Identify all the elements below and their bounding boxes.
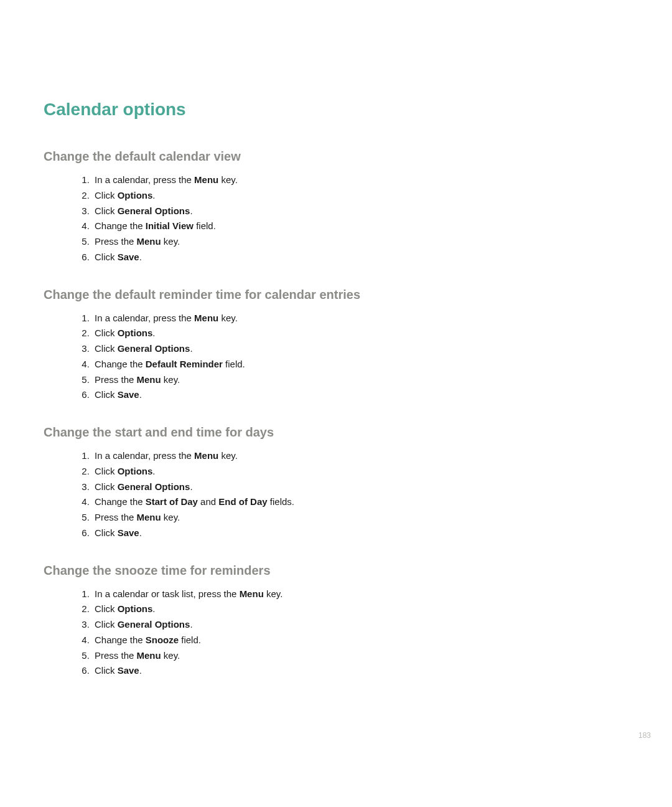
bold-text: Options <box>118 466 153 476</box>
page-number: 183 <box>638 731 651 740</box>
step-list: In a calendar, press the Menu key.Click … <box>44 448 628 541</box>
bold-text: General Options <box>118 619 190 630</box>
bold-text: Options <box>118 603 153 614</box>
step-item: Click Save. <box>92 526 628 541</box>
page-title: Calendar options <box>44 100 628 120</box>
step-item: Click General Options. <box>92 204 628 219</box>
step-list: In a calendar or task list, press the Me… <box>44 587 628 679</box>
section: Change the default calendar viewIn a cal… <box>44 149 628 265</box>
step-item: Click Save. <box>92 387 628 403</box>
section: Change the default reminder time for cal… <box>44 288 628 404</box>
bold-text: Save <box>118 665 139 676</box>
bold-text: General Options <box>118 481 190 492</box>
section: Change the start and end time for daysIn… <box>44 425 628 541</box>
document-page: Calendar options Change the default cale… <box>0 0 672 739</box>
step-item: In a calendar or task list, press the Me… <box>92 587 628 602</box>
step-item: Click Options. <box>92 188 628 204</box>
bold-text: Menu <box>137 512 161 522</box>
step-item: Click Options. <box>92 464 628 479</box>
step-list: In a calendar, press the Menu key.Click … <box>44 172 628 265</box>
section-heading: Change the default calendar view <box>44 149 628 164</box>
bold-text: Save <box>118 527 139 538</box>
section: Change the snooze time for remindersIn a… <box>44 564 628 679</box>
step-item: Change the Default Reminder field. <box>92 357 628 372</box>
step-item: Press the Menu key. <box>92 648 628 664</box>
bold-text: Menu <box>137 236 161 247</box>
bold-text: Default Reminder <box>146 359 223 369</box>
bold-text: General Options <box>118 205 190 216</box>
section-heading: Change the snooze time for reminders <box>44 564 628 578</box>
bold-text: Menu <box>194 313 218 323</box>
step-item: Press the Menu key. <box>92 234 628 250</box>
step-item: Change the Snooze field. <box>92 633 628 648</box>
bold-text: Menu <box>137 374 161 385</box>
bold-text: Start of Day <box>146 496 198 507</box>
bold-text: Options <box>118 328 153 338</box>
step-item: Click Save. <box>92 663 628 679</box>
section-heading: Change the start and end time for days <box>44 425 628 440</box>
bold-text: End of Day <box>218 496 267 507</box>
bold-text: Save <box>118 252 139 262</box>
step-item: Press the Menu key. <box>92 372 628 388</box>
step-item: Click General Options. <box>92 341 628 357</box>
step-item: Change the Start of Day and End of Day f… <box>92 494 628 510</box>
step-item: In a calendar, press the Menu key. <box>92 172 628 188</box>
bold-text: Snooze <box>146 635 179 645</box>
step-item: Click General Options. <box>92 479 628 495</box>
bold-text: General Options <box>118 343 190 354</box>
step-item: In a calendar, press the Menu key. <box>92 311 628 326</box>
step-item: In a calendar, press the Menu key. <box>92 448 628 464</box>
step-item: Change the Initial View field. <box>92 219 628 234</box>
bold-text: Menu <box>137 650 161 661</box>
section-heading: Change the default reminder time for cal… <box>44 288 628 302</box>
step-list: In a calendar, press the Menu key.Click … <box>44 311 628 404</box>
bold-text: Options <box>118 190 153 201</box>
bold-text: Initial View <box>146 220 194 231</box>
step-item: Press the Menu key. <box>92 510 628 526</box>
bold-text: Menu <box>194 450 218 461</box>
step-item: Click General Options. <box>92 617 628 633</box>
bold-text: Save <box>118 389 139 400</box>
step-item: Click Options. <box>92 326 628 341</box>
step-item: Click Options. <box>92 602 628 617</box>
bold-text: Menu <box>240 588 264 599</box>
bold-text: Menu <box>194 174 218 185</box>
step-item: Click Save. <box>92 250 628 265</box>
